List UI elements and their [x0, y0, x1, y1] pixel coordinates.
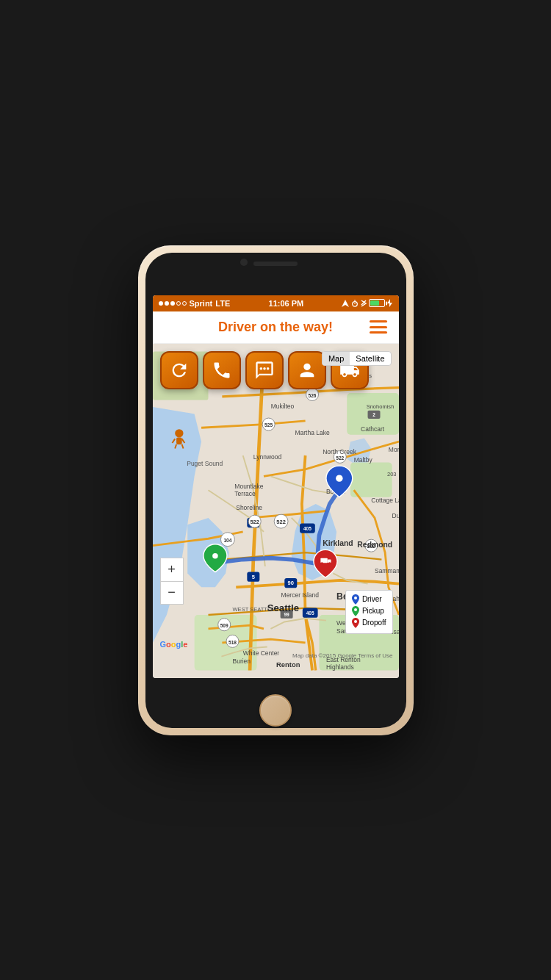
refresh-icon [169, 360, 190, 381]
pickup-marker-icon [352, 606, 359, 616]
hamburger-menu-button[interactable] [370, 320, 387, 334]
svg-text:Cathcart: Cathcart [361, 425, 385, 432]
svg-text:Sammamish: Sammamish [374, 567, 398, 574]
svg-point-87 [328, 562, 331, 565]
legend-driver: Driver [352, 594, 386, 605]
hamburger-line-1 [370, 320, 387, 323]
charging-icon [387, 299, 392, 307]
alarm-icon [351, 300, 359, 307]
signal-dot-5 [182, 301, 187, 306]
driver-marker-icon [352, 594, 359, 605]
location-icon [342, 300, 349, 307]
svg-text:509: 509 [220, 623, 228, 628]
signal-dot-1 [159, 301, 163, 306]
screen: Sprint LTE 11:06 PM [153, 295, 399, 678]
person-icon [297, 360, 317, 381]
svg-rect-89 [176, 437, 182, 444]
svg-text:405: 405 [303, 525, 311, 530]
map-type-satellite[interactable]: Satellite [350, 352, 390, 365]
legend-pickup: Pickup [352, 606, 386, 616]
svg-point-80 [336, 475, 342, 481]
zoom-controls: + − [160, 558, 184, 605]
phone-inner: Sprint LTE 11:06 PM [145, 253, 406, 728]
chat-button[interactable] [245, 351, 284, 389]
svg-text:405: 405 [306, 610, 314, 616]
phone-icon [212, 360, 232, 381]
svg-text:203: 203 [386, 471, 396, 478]
phone-speaker [253, 262, 298, 266]
map-container: 5 5 405 90 405 104 [153, 344, 399, 678]
zoom-out-button[interactable]: − [160, 581, 184, 605]
phone-frame: Sprint LTE 11:06 PM [138, 245, 414, 735]
bluetooth-icon [361, 299, 367, 308]
svg-text:Redmond: Redmond [357, 540, 392, 548]
svg-text:Mukilteo: Mukilteo [270, 402, 294, 409]
hamburger-line-3 [370, 331, 387, 334]
map-data-attribution: Map data ©2015 Google Terms of Use [292, 652, 393, 659]
svg-text:Maltby: Maltby [353, 456, 372, 464]
zoom-in-button[interactable]: + [160, 558, 184, 581]
svg-text:90: 90 [287, 580, 293, 586]
svg-text:Cottage Lake: Cottage Lake [371, 497, 399, 504]
svg-text:526: 526 [308, 392, 316, 397]
svg-text:Terrace: Terrace [234, 489, 256, 497]
map-type-toggle[interactable]: Map Satellite [322, 351, 392, 366]
status-time: 11:06 PM [269, 299, 304, 308]
refresh-button[interactable] [160, 351, 198, 389]
svg-text:Mercer Island: Mercer Island [281, 591, 319, 599]
map-legend: Driver Pickup Dropof [345, 590, 393, 634]
svg-point-99 [354, 620, 357, 623]
svg-text:522: 522 [336, 455, 344, 460]
svg-point-82 [212, 553, 218, 559]
map-type-map[interactable]: Map [323, 352, 350, 365]
svg-point-96 [266, 367, 269, 370]
svg-text:Snohomish: Snohomish [366, 403, 394, 409]
dropoff-marker-icon [352, 618, 359, 628]
battery-fill [370, 300, 379, 306]
nav-bar: Driver on the way! [153, 311, 399, 344]
network-label: LTE [215, 299, 230, 308]
svg-text:Lynnwood: Lynnwood [253, 453, 281, 460]
signal-dots [159, 301, 187, 306]
svg-text:White Center: White Center [242, 649, 279, 656]
svg-point-94 [259, 367, 262, 370]
svg-text:North Creek: North Creek [323, 448, 356, 455]
nav-title: Driver on the way! [182, 320, 370, 335]
svg-text:525: 525 [264, 422, 273, 428]
svg-text:522: 522 [276, 519, 286, 525]
svg-point-95 [263, 367, 266, 370]
svg-text:Mor: Mor [388, 446, 398, 453]
svg-point-97 [354, 597, 357, 599]
svg-text:518: 518 [228, 639, 237, 644]
phone-button[interactable] [203, 351, 241, 389]
status-bar: Sprint LTE 11:06 PM [153, 295, 399, 311]
google-watermark: Google [160, 640, 188, 649]
legend-dropoff-label: Dropoff [362, 619, 386, 627]
svg-text:Martha Lake: Martha Lake [295, 428, 329, 436]
svg-point-86 [320, 562, 323, 565]
svg-marker-0 [342, 300, 349, 307]
signal-dot-2 [165, 301, 169, 306]
signal-dot-4 [176, 301, 181, 306]
svg-text:Renton: Renton [276, 660, 300, 668]
svg-text:Mountlake: Mountlake [234, 483, 263, 490]
svg-text:Puget Sound: Puget Sound [187, 460, 223, 467]
svg-text:Shoreline: Shoreline [236, 503, 262, 511]
status-right [342, 299, 392, 308]
legend-pickup-label: Pickup [362, 607, 384, 615]
svg-text:5: 5 [251, 573, 254, 580]
status-left: Sprint LTE [159, 299, 231, 308]
svg-rect-84 [320, 558, 327, 563]
svg-text:Burien: Burien [232, 657, 251, 665]
svg-text:2: 2 [372, 412, 375, 417]
signal-dot-3 [170, 301, 175, 306]
svg-point-98 [354, 608, 357, 611]
battery-icon [369, 299, 385, 307]
svg-text:Kirkland: Kirkland [323, 538, 353, 547]
legend-dropoff: Dropoff [352, 618, 386, 628]
svg-text:Duval: Duval [392, 511, 398, 519]
person-button[interactable] [288, 351, 326, 389]
home-button[interactable] [259, 694, 292, 727]
phone-camera [240, 259, 248, 266]
hamburger-line-2 [370, 326, 387, 328]
